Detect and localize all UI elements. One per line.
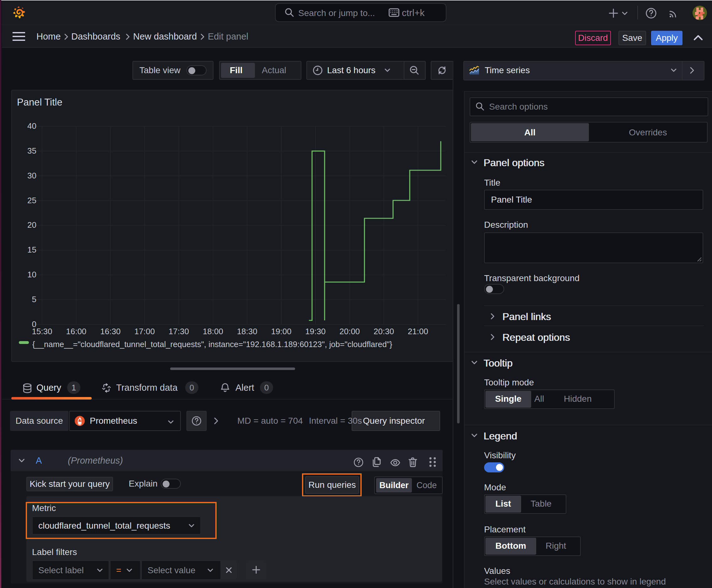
svg-text:10: 10 bbox=[27, 270, 37, 279]
svg-text:18:30: 18:30 bbox=[237, 327, 257, 336]
svg-text:{__name__="cloudflared_tunnel_: {__name__="cloudflared_tunnel_total_requ… bbox=[33, 340, 392, 349]
svg-text:40: 40 bbox=[27, 121, 37, 131]
svg-text:16:00: 16:00 bbox=[66, 327, 86, 336]
svg-text:30: 30 bbox=[27, 171, 37, 180]
svg-text:15:30: 15:30 bbox=[32, 327, 52, 336]
svg-text:19:30: 19:30 bbox=[305, 327, 326, 336]
svg-text:19:00: 19:00 bbox=[271, 327, 291, 336]
svg-text:16:30: 16:30 bbox=[100, 327, 121, 336]
svg-text:21:00: 21:00 bbox=[408, 327, 428, 336]
svg-text:25: 25 bbox=[27, 196, 37, 205]
svg-text:20: 20 bbox=[27, 220, 37, 230]
svg-text:20:00: 20:00 bbox=[339, 327, 360, 336]
svg-text:17:30: 17:30 bbox=[169, 327, 189, 336]
svg-text:35: 35 bbox=[27, 146, 37, 155]
svg-text:17:00: 17:00 bbox=[134, 327, 155, 336]
svg-text:20:30: 20:30 bbox=[373, 327, 394, 336]
svg-text:15: 15 bbox=[27, 245, 37, 254]
svg-text:5: 5 bbox=[32, 295, 37, 304]
svg-text:18:00: 18:00 bbox=[203, 327, 223, 336]
